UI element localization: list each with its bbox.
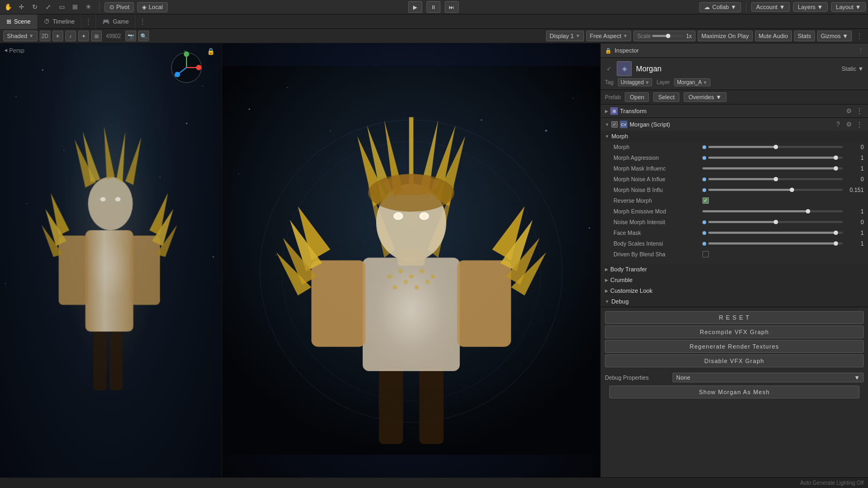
hand-tool-icon[interactable]: ✋ [2,1,14,13]
gizmos-dropdown[interactable]: Gizmos ▼ [817,31,852,41]
layer-dropdown[interactable]: Morgan_A ▼ [674,78,710,86]
morph-noise-b-slider[interactable] [708,189,843,191]
inspector-dots-icon[interactable]: ⋮ [858,47,864,54]
morph-aggression-slider[interactable] [708,157,843,159]
morph-emissive-slider[interactable] [702,210,843,212]
custom-tool-icon[interactable]: ✳ [83,1,94,13]
play-button[interactable]: ▶ [408,1,422,13]
move-tool-icon[interactable]: ✛ [16,1,27,13]
local-dropdown[interactable]: ◈ Local [137,2,167,12]
lock-icon[interactable]: 🔒 [605,48,611,54]
refresh-tool-icon[interactable]: ↻ [29,1,41,13]
morph-noise-b-slider-container[interactable]: 0.151 [702,187,864,193]
svg-rect-60 [311,261,365,347]
morph-aggression-slider-container[interactable]: 1 [702,154,864,161]
search-button[interactable]: 🔍 [138,31,149,41]
script-settings-icon[interactable]: ⚙ [844,120,853,129]
lighting-button[interactable]: ☀ [53,31,63,41]
fx-button[interactable]: ✦ [78,31,89,41]
morph-value: 0 [845,144,864,150]
morph-section-header[interactable]: ▼ Morph [601,131,868,142]
right-tab-options[interactable]: ⋮ [136,17,149,26]
morph-noise-a-slider-container[interactable]: 0 [702,176,864,182]
pause-button[interactable]: ⏸ [426,1,440,13]
separator2 [746,2,746,12]
game-view[interactable] [222,43,600,477]
customize-look-header[interactable]: ▶ Customize Look [601,285,868,296]
debug-name: Debug [611,298,628,305]
tag-dropdown[interactable]: Untagged ▼ [618,78,652,86]
account-button[interactable]: Account ▼ [751,2,790,12]
script-help-icon[interactable]: ? [834,120,842,129]
tab-timeline[interactable]: ⏱ Timeline [38,14,81,29]
noise-morph-slider[interactable] [708,221,843,223]
svg-point-95 [425,280,430,284]
reverse-morph-checkbox[interactable]: ✓ [702,197,709,204]
reset-button[interactable]: R E S E T [605,311,864,324]
tab-scene[interactable]: ⊞ Scene [0,14,38,29]
body-transfer-header[interactable]: ▶ Body Transfer [601,264,868,275]
step-button[interactable]: ⏭ [445,1,459,13]
face-mask-slider[interactable] [708,232,843,234]
script-dots-icon[interactable]: ⋮ [855,120,864,129]
object-name[interactable]: Morgan [636,64,837,73]
stats-button[interactable]: Stats [794,31,815,41]
debug-header[interactable]: ▼ Debug [601,296,868,307]
debug-properties-dropdown[interactable]: None ▼ [672,373,864,382]
morph-mask-slider-container[interactable]: 1 [702,165,864,172]
regenerate-button[interactable]: Regenerate Render Textures [605,340,864,353]
show-morgan-button[interactable]: Show Morgan As Mesh [609,386,859,398]
persp-label: ◂ Persp [4,47,25,54]
morph-emissive-slider-container[interactable]: 1 [702,208,864,215]
morph-slider[interactable] [708,146,843,148]
recompile-button[interactable]: Recompile VFX Graph [605,326,864,338]
toolbar-options-icon[interactable]: ⋮ [854,32,865,40]
audio-button[interactable]: ♪ [65,31,76,41]
layers-button[interactable]: Layers ▼ [793,2,828,12]
transform-settings-icon[interactable]: ⚙ [844,107,853,115]
scale-slider[interactable] [652,35,684,37]
2d-button[interactable]: 2D [40,31,50,41]
scale-tool-icon[interactable]: ⤢ [42,1,54,13]
display-dropdown[interactable]: Display 1 ▼ [546,31,584,41]
select-button[interactable]: Select [653,92,679,102]
script-active-checkbox[interactable]: ✓ [611,121,618,128]
collab-button[interactable]: ☁ Collab ▼ [699,2,741,12]
object-active-toggle[interactable]: ✓ [605,65,612,72]
pivot-dropdown[interactable]: ⊙ Pivot [104,2,134,12]
overrides-button[interactable]: Overrides ▼ [684,92,727,102]
morph-emissive-value: 1 [845,208,864,215]
scale-control[interactable]: Scale 1x [633,31,695,41]
shaded-dropdown[interactable]: Shaded ▼ [3,31,38,41]
morph-mask-slider[interactable] [702,167,843,169]
grid-button[interactable]: ⊞ [91,31,102,41]
mute-button[interactable]: Mute Audio [755,31,792,41]
morph-emissive-label: Morph Emissive Mod [613,208,699,215]
body-scales-slider-container[interactable]: 1 [702,240,864,247]
face-mask-slider-container[interactable]: 1 [702,230,864,236]
scene-lock-icon[interactable]: 🔒 [207,48,215,55]
layout-button[interactable]: Layout ▼ [831,2,866,12]
tab-game[interactable]: 🎮 Game [96,14,136,29]
driven-blend-checkbox[interactable] [702,251,709,257]
rect-tool-icon[interactable]: ▭ [56,1,68,13]
transform-tool-icon[interactable]: ⊞ [69,1,81,13]
camera-button[interactable]: 📷 [125,31,136,41]
scene-view[interactable]: ◂ Persp 🔒 Y X [0,43,222,477]
crumble-header[interactable]: ▶ Crumble [601,275,868,285]
morgan-script-header[interactable]: ▼ ✓ C# Morgan (Script) ? ⚙ ⋮ [601,118,868,131]
body-scales-slider[interactable] [708,242,843,245]
xyz-gizmo[interactable]: Y X Z [168,49,205,86]
transform-header[interactable]: ▶ ⊞ Transform ⚙ ⋮ [601,105,868,117]
maximize-button[interactable]: Maximize On Play [698,31,753,41]
morph-slider-container[interactable]: 0 [702,144,864,150]
disable-vfx-button[interactable]: Disable VFX Graph [605,354,864,367]
driven-blend-label: Driven By Blend Sha [613,251,699,257]
noise-morph-slider-container[interactable]: 0 [702,219,864,225]
open-button[interactable]: Open [625,92,649,102]
svg-marker-16 [46,209,67,247]
morph-noise-a-slider[interactable] [708,178,843,180]
aspect-dropdown[interactable]: Free Aspect ▼ [586,31,632,41]
transform-dots-icon[interactable]: ⋮ [855,107,864,115]
left-tab-options[interactable]: ⋮ [81,17,95,26]
